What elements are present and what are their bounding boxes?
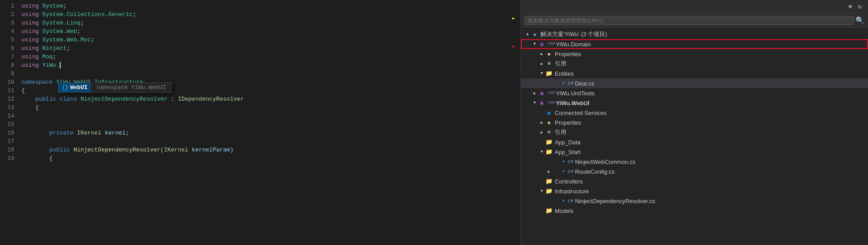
solution-explorer: ⊕ ↻ 🔍 ▲◈解决方案'YiWu' (3 个项目)▼▣+C#YiWu.Doma… — [520, 0, 868, 245]
tree-item-webui-connected[interactable]: ◉Connected Services — [521, 108, 868, 118]
bar-yellow — [512, 18, 514, 19]
tree-label-webui-appstart: App_Start — [555, 149, 581, 155]
se-search-submit-icon[interactable]: 🔍 — [856, 16, 864, 25]
tree-arrow-webui-refs[interactable]: ▶ — [539, 130, 545, 135]
tree-item-webui-appstart[interactable]: ▼📁App_Start — [521, 147, 868, 157]
tree-icon-webui-connected: ◉ — [545, 109, 553, 116]
token-punct: ; — [63, 3, 67, 9]
tree-icon-domain-project: ▣ — [538, 41, 546, 48]
token-ns: System.Web.Mvc — [42, 37, 91, 43]
token-kw-using: using — [21, 45, 39, 52]
tree-arrow-domain-entities[interactable]: ▼ — [539, 71, 545, 76]
token-kw: namespace — [21, 79, 53, 86]
autocomplete-icon: {} — [62, 85, 68, 91]
tree-arrow-domain-refs[interactable]: ▶ — [539, 61, 545, 66]
line-number: 17 — [0, 137, 14, 146]
line-number: 14 — [0, 112, 14, 120]
tree-icon-webui-ninject — [552, 158, 560, 165]
token-punct: { — [21, 87, 25, 94]
bar-red — [512, 46, 514, 47]
tree-label-webui-properties: Properties — [555, 119, 581, 126]
tree-item-webui-infrastructure[interactable]: ▼📁Infrastructure — [521, 186, 868, 196]
tree-icon-webui-infrastructure: 📁 — [545, 188, 553, 195]
token-sp — [39, 11, 42, 18]
token-ns: Moq — [42, 53, 53, 60]
tree-item-webui-ninject[interactable]: + c#NinjectWebCommon.cs — [521, 157, 868, 167]
se-search-input[interactable] — [524, 16, 854, 25]
tree-icon-webui-ninjectdep — [552, 197, 560, 204]
file-cs-badge-webui-routeconfig: + c# — [562, 169, 573, 174]
tree-item-webui-project[interactable]: ▼▣+C#YiWu.WebUI — [521, 98, 868, 108]
code-line: private IKernel kernel; — [21, 129, 520, 137]
tree-arrow-webui-appstart[interactable]: ▼ — [539, 150, 545, 154]
tree-icon-webui-appstart: 📁 — [545, 148, 553, 155]
token-sp — [74, 130, 77, 136]
tree-item-webui-routeconfig[interactable]: ▶+ c#RouteConfig.cs — [521, 167, 868, 176]
tree-arrow-domain-properties[interactable]: ▶ — [539, 52, 545, 57]
line-number: 1 — [0, 2, 14, 10]
token-sp — [70, 147, 74, 153]
code-line: using System; — [21, 2, 520, 10]
token-sp — [21, 96, 35, 102]
tree-arrow-webui-properties[interactable]: ▶ — [539, 120, 545, 125]
file-cs-badge-webui-ninject: + c# — [562, 159, 573, 164]
tree-icon-domain-properties: ◆ — [545, 50, 553, 57]
file-cs-badge-domain-deal: + c# — [562, 81, 573, 86]
line-number: 8 — [0, 61, 14, 69]
tree-item-solution[interactable]: ▲◈解决方案'YiWu' (3 个项目) — [521, 29, 868, 39]
tree-icon-domain-deal — [552, 80, 560, 87]
token-iface: IDependencyResolver — [178, 96, 244, 102]
token-punct: ) — [230, 147, 233, 153]
tree-arrow-webui-routeconfig[interactable]: ▶ — [546, 169, 552, 174]
tree-item-webui-models[interactable]: 📁Models — [521, 206, 868, 216]
token-punct: ; — [66, 45, 70, 52]
tree-item-webui-refs[interactable]: ▶■引用 — [521, 127, 868, 137]
token-punct: ; — [53, 53, 56, 60]
tree-label-webui-infrastructure: Infrastructure — [555, 188, 589, 195]
tree-label-webui-models: Models — [555, 208, 573, 214]
token-kw-using: using — [21, 62, 39, 69]
code-line: using Ninject; — [21, 44, 520, 53]
tree-item-webui-ninjectdep[interactable]: + c#NinjectDependencyResolver.cs — [521, 196, 868, 206]
tree-item-domain-refs[interactable]: ▶■引用 — [521, 59, 868, 69]
se-search-bar: 🔍 — [521, 13, 868, 28]
autocomplete-item[interactable]: {} WebUI — [58, 83, 91, 92]
tree-item-webui-controllers[interactable]: 📁Controllers — [521, 176, 868, 186]
tree-item-webui-properties[interactable]: ▶◆Properties — [521, 118, 868, 127]
code-line: public class NinjectDependencyResolver :… — [21, 95, 520, 103]
token-sp — [39, 28, 42, 35]
token-sp — [77, 96, 81, 102]
autocomplete-popup[interactable]: {} WebUI namespace YiWu.WebUI — [58, 82, 172, 93]
tree-arrow-webui-infrastructure[interactable]: ▼ — [539, 189, 545, 193]
tree-label-webui-appdata: App_Data — [555, 139, 581, 146]
tree-item-webui-appdata[interactable]: 📁App_Data — [521, 137, 868, 147]
tree-item-unit-tests[interactable]: ▶▣+C#YiWu.UnitTests — [521, 88, 868, 98]
token-punct: ; — [77, 28, 81, 35]
tree-arrow-domain-project[interactable]: ▼ — [532, 42, 538, 46]
line-number: 5 — [0, 36, 14, 44]
token-kw-using: using — [21, 28, 39, 35]
toolbar-pin-icon[interactable]: ⊕ — [846, 2, 855, 11]
tree-item-domain-deal[interactable]: + c#Deal.cs — [521, 78, 868, 88]
code-line: using Moq; — [21, 53, 520, 61]
token-sp — [21, 155, 49, 162]
tree-label-webui-refs: 引用 — [555, 128, 566, 136]
toolbar-refresh-icon[interactable]: ↻ — [856, 2, 864, 11]
tree-arrow-webui-project[interactable]: ▼ — [532, 101, 538, 105]
code-line: public NinjectDependencyResolver(IKernel… — [21, 146, 520, 154]
tree-item-domain-project[interactable]: ▼▣+C#YiWu.Domain — [521, 39, 868, 49]
token-method: NinjectDependencyResolver — [74, 147, 160, 153]
tree-item-domain-entities[interactable]: ▼📁Entities — [521, 69, 868, 78]
tree-item-domain-properties[interactable]: ▶◆Properties — [521, 49, 868, 59]
token-kw-using: using — [21, 3, 39, 9]
editor-area: 12345678910111213141516171819 using Syst… — [0, 0, 520, 245]
code-line: using System.Web.Mvc; — [21, 36, 520, 44]
tree-arrow-solution[interactable]: ▲ — [524, 32, 531, 37]
tree-arrow-unit-tests[interactable]: ▶ — [532, 91, 538, 96]
color-bar — [512, 0, 514, 245]
code-content[interactable]: using System;using System.Collections.Ge… — [18, 0, 520, 245]
token-sp — [39, 3, 42, 9]
token-punct: ; — [126, 130, 129, 136]
tree-label-domain-refs: 引用 — [555, 60, 566, 68]
se-toolbar: ⊕ ↻ — [521, 0, 868, 13]
